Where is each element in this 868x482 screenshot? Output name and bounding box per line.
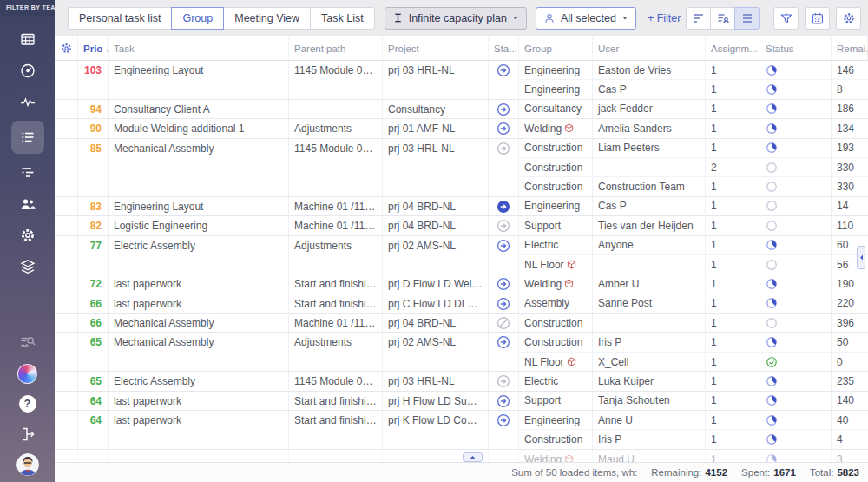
sidebar-item-schedule-board[interactable] xyxy=(12,27,43,51)
column-header-remai[interactable]: Remai... xyxy=(832,36,868,60)
task-row[interactable]: 64last paperworkStart and finishing...pr… xyxy=(55,392,868,411)
sta-arrow-filled-icon[interactable] xyxy=(496,200,510,215)
calendar-button[interactable] xyxy=(805,7,830,30)
sort-asc-button[interactable] xyxy=(686,7,711,30)
task-row[interactable]: 72last paperworkStart and finishing...pr… xyxy=(55,274,868,294)
task-row[interactable]: 65Electric Assembly1145 Module 01/As...p… xyxy=(55,372,868,391)
tab-meeting-view[interactable]: Meeting View xyxy=(223,7,311,30)
sidebar-item-stack[interactable] xyxy=(12,254,43,279)
assignment-row[interactable]: WeldingMaud U13 xyxy=(519,450,868,462)
assignment-row[interactable]: ConstructionIris P150 xyxy=(519,333,868,352)
sidebar-item-help[interactable]: ? xyxy=(12,392,43,416)
sta-arrow-grey-icon[interactable] xyxy=(496,374,510,390)
sidebar-item-plan-search[interactable] xyxy=(12,331,43,355)
sidebar-item-assistant[interactable] xyxy=(12,361,43,386)
gear-icon[interactable] xyxy=(60,42,73,55)
task-row[interactable]: 94Consultancy Client AConsultancyConsult… xyxy=(55,100,868,119)
status-pie-icon xyxy=(766,102,778,115)
column-header-group[interactable]: Group xyxy=(519,36,593,60)
column-header-prio[interactable]: Prio↓ xyxy=(78,36,108,60)
assignment-row[interactable]: NL FloorX_Cell10 xyxy=(519,353,868,371)
expand-panel-button[interactable] xyxy=(857,246,865,269)
assignment-row[interactable]: ConstructionLiam Peeters1193 xyxy=(519,139,868,158)
sidebar-item-task-list[interactable] xyxy=(11,121,44,154)
sidebar-item-logout[interactable] xyxy=(12,422,43,446)
sta-arrow-icon[interactable] xyxy=(496,413,510,449)
sta-arrow-icon[interactable] xyxy=(496,335,510,371)
assignment-row[interactable]: EngineeringAnne U140 xyxy=(519,411,868,430)
sta-arrow-icon[interactable] xyxy=(496,63,510,99)
sta-blocked-icon[interactable] xyxy=(496,316,510,332)
assignment-row[interactable]: ElectricAnyone160 xyxy=(519,236,868,255)
add-filter-link[interactable]: + Filter xyxy=(648,12,681,24)
column-header-assignm[interactable]: Assignm... xyxy=(706,36,760,60)
sta-cell xyxy=(489,197,519,215)
assignment-row[interactable]: SupportTanja Schouten1140 xyxy=(519,392,868,410)
assignment-row[interactable]: WeldingAmelia Sanders1134 xyxy=(519,119,868,137)
task-row[interactable]: 82Logistic EngineeringMachine 01 /1145..… xyxy=(55,216,868,235)
assignments-cell: 1 xyxy=(706,274,760,293)
remaining-cell: 146 xyxy=(832,61,868,79)
sidebar-item-profile[interactable] xyxy=(12,452,43,477)
sidebar-item-settings[interactable] xyxy=(12,223,43,248)
sta-arrow-icon[interactable] xyxy=(496,277,510,293)
task-row[interactable]: 83Engineering LayoutMachine 01 /1145...p… xyxy=(55,197,868,216)
column-header-settings[interactable] xyxy=(55,36,78,60)
assignment-row[interactable]: Construction2330 xyxy=(519,158,868,177)
sidebar-item-planning[interactable] xyxy=(12,161,43,185)
task-row[interactable]: 90Module Welding additional 1Adjustments… xyxy=(55,119,868,138)
sta-arrow-grey-icon[interactable] xyxy=(496,219,510,234)
sta-arrow-icon[interactable] xyxy=(496,394,510,410)
task-row[interactable]: WeldingMaud U13 xyxy=(55,450,868,462)
assignment-row[interactable]: Construction1396 xyxy=(519,314,868,332)
task-row[interactable]: 103Engineering Layout1145 Module 01/En..… xyxy=(55,61,868,100)
group-label: Assembly xyxy=(524,297,569,309)
column-header-sta[interactable]: Sta... xyxy=(489,36,519,60)
group-by-user-button[interactable] xyxy=(710,7,735,30)
assignment-row[interactable]: ConstructionIris P14 xyxy=(519,430,868,448)
assignment-row[interactable]: NL Floor156 xyxy=(519,255,868,274)
task-row[interactable]: 66Mechanical AssemblyMachine 01 /1145...… xyxy=(55,314,868,333)
sta-arrow-icon[interactable] xyxy=(496,122,510,137)
column-header-user[interactable]: User xyxy=(593,36,706,60)
tab-group[interactable]: Group xyxy=(171,7,224,30)
assignment-row[interactable]: SupportTies van der Heijden1110 xyxy=(519,216,868,234)
task-row[interactable]: 77Electric AssemblyAdjustmentsprj 02 AMS… xyxy=(55,236,868,275)
task-row[interactable]: 64last paperworkStart and finishing...pr… xyxy=(55,411,868,450)
user-cell: Amelia Sanders xyxy=(593,119,706,137)
sta-arrow-icon[interactable] xyxy=(496,239,510,274)
status-bar: Sum of 50 loaded items, wh: Remaining:41… xyxy=(55,462,868,482)
task-row[interactable]: 66last paperworkStart and finishing...pr… xyxy=(55,294,868,314)
assignment-row[interactable]: AssemblySanne Post1220 xyxy=(519,294,868,313)
scroll-up-button[interactable] xyxy=(463,452,483,462)
assignment-row[interactable]: ConstructionConstruction Team1330 xyxy=(519,177,868,195)
team-selector-dropdown[interactable]: All selected xyxy=(536,7,636,30)
column-header-parentpath[interactable]: Parent path xyxy=(289,36,383,60)
group-cell: Support xyxy=(519,392,593,410)
sidebar-item-teams[interactable] xyxy=(12,192,43,216)
assignment-row[interactable]: ElectricLuka Kuiper1235 xyxy=(519,372,868,390)
assignment-row[interactable]: EngineeringCas P114 xyxy=(519,197,868,215)
sidebar-item-dashboard[interactable] xyxy=(12,58,43,83)
column-header-task[interactable]: Task xyxy=(108,36,289,60)
sidebar-item-capacity-graph[interactable] xyxy=(12,89,43,114)
capacity-plan-dropdown[interactable]: Infinite capacity plan xyxy=(385,7,527,30)
sta-arrow-grey-icon[interactable] xyxy=(496,142,510,196)
list-icon xyxy=(19,129,36,146)
assignment-row[interactable]: EngineeringCas P18 xyxy=(519,80,868,98)
settings-gear-button[interactable] xyxy=(836,7,861,30)
task-row[interactable]: 85Mechanical Assembly1145 Module 01/As..… xyxy=(55,139,868,197)
tab-label: Personal task list xyxy=(79,12,161,24)
sta-arrow-icon[interactable] xyxy=(496,297,510,313)
assignment-row[interactable]: WeldingAmber U1190 xyxy=(519,274,868,293)
column-header-project[interactable]: Project xyxy=(383,36,489,60)
list-view-button[interactable] xyxy=(734,7,760,30)
task-row[interactable]: 65Mechanical AssemblyAdjustmentsprj 02 A… xyxy=(55,333,868,372)
column-header-status[interactable]: Status xyxy=(760,36,832,60)
sta-arrow-icon[interactable] xyxy=(496,102,510,118)
assignment-row[interactable]: EngineeringEaston de Vries1146 xyxy=(519,61,868,80)
tab-personal-task-list[interactable]: Personal task list xyxy=(68,7,172,30)
assignment-row[interactable]: Consultancyjack Fedder1186 xyxy=(519,100,868,118)
tab-task-list[interactable]: Task List xyxy=(310,7,375,30)
filter-funnel-button[interactable] xyxy=(773,7,799,30)
